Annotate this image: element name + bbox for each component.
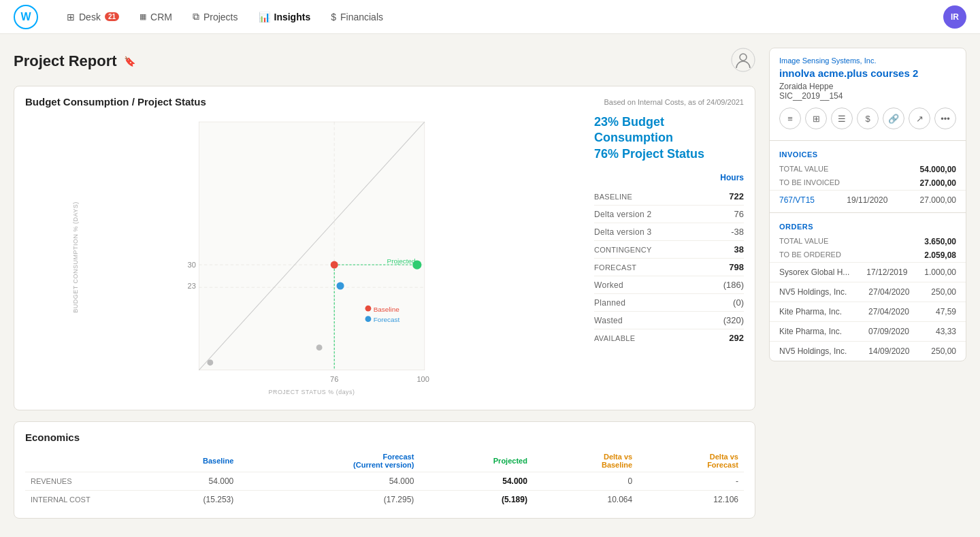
financials-icon: $ [331,12,336,22]
budget-chart: 30 23 76 100 [25,114,583,400]
project-header: Image Sensing Systems, Inc. innolva acme… [770,48,966,137]
desk-icon: ⊞ [67,12,75,22]
action-list[interactable]: ☰ [831,108,853,129]
order-date-4: 07/09/2020 [868,327,909,336]
eco-col-forecast: Forecast(Current version) [239,450,419,472]
delta2-value: 76 [734,209,744,219]
nav-item-insights[interactable]: 📊 Insights [250,7,319,27]
economics-card: Economics Baseline Forecast(Current vers… [14,421,755,519]
contingency-value: 38 [734,244,744,255]
svg-text:Forecast: Forecast [374,316,400,323]
forecast-value: 798 [729,262,744,272]
budget-card-title: Budget Consumption / Project Status [25,96,206,108]
contingency-label: CONTINGENCY [594,246,652,254]
eco-col-baseline: Baseline [134,450,239,472]
economics-table-wrapper: Baseline Forecast(Current version) Proje… [14,450,755,518]
orders-total-value: 3.650,00 [924,237,956,246]
order-amount-2: 250,00 [931,287,956,297]
svg-text:Projected: Projected [387,257,416,265]
project-name: innolva acme.plus courses 2 [779,67,956,79]
order-amount-1: 1.000,00 [924,267,956,277]
data-row-delta3: Delta version 3 -38 [594,223,744,241]
data-row-baseline: BASELINE 722 [594,188,744,206]
action-share[interactable]: ↗ [909,108,930,129]
data-row-planned: Planned (0) [594,294,744,312]
invoices-tbi-label: TO BE INVOICED [779,178,840,188]
svg-point-0 [732,48,755,71]
eco-cost-delta-forecast: 12.106 [638,491,744,509]
action-dollar[interactable]: $ [857,108,879,129]
data-hours-header: Hours [594,170,744,188]
nav-label-crm: CRM [150,12,172,22]
pct-project: 76% Project Status [594,146,744,162]
avatar[interactable]: IR [943,5,966,29]
wasted-value: (320) [723,315,744,325]
data-row-available: AVAILABLE 292 [594,329,744,346]
project-card: Image Sensing Systems, Inc. innolva acme… [769,48,966,361]
eco-label-internal-cost: INTERNAL COST [25,491,134,509]
data-row-forecast: FORECAST 798 [594,259,744,276]
action-link[interactable]: 🔗 [883,108,904,129]
top-navigation: W ⊞ Desk 21 ▦ CRM ⧉ Projects 📊 Insights … [0,0,980,34]
bookmark-icon[interactable]: 🔖 [124,56,135,67]
eco-revenues-delta-forecast: - [638,472,744,491]
action-more[interactable]: ••• [934,108,956,129]
svg-point-13 [331,261,338,269]
nav-item-crm[interactable]: ▦ CRM [131,7,180,27]
eco-col-delta-forecast: Delta vsForecast [638,450,744,472]
svg-point-20 [365,316,372,322]
nav-label-projects: Projects [203,12,238,22]
svg-text:PROJECT STATUS % (days): PROJECT STATUS % (days) [269,389,355,395]
budget-card-subtitle: Based on Internal Costs, as of 24/09/202… [604,98,744,106]
order-date-3: 27/04/2020 [868,307,909,316]
nav-item-desk[interactable]: ⊞ Desk 21 [59,7,127,27]
economics-title: Economics [14,422,755,450]
svg-point-18 [365,306,372,312]
order-date-5: 14/09/2020 [868,346,909,356]
action-layers[interactable]: ≡ [779,108,801,129]
order-ref-4: Kite Pharma, Inc. [779,327,842,336]
svg-point-14 [337,282,344,289]
invoice-ref-1: 767/VT15 [779,195,815,205]
eco-cost-delta-baseline: 10.064 [533,491,638,509]
action-grid[interactable]: ⊞ [805,108,827,129]
eco-cost-projected: (5.189) [419,491,533,509]
nav-label-financials: Financials [340,12,383,22]
economics-table: Baseline Forecast(Current version) Proje… [25,450,744,508]
order-amount-4: 43,33 [936,327,956,336]
svg-text:Baseline: Baseline [374,306,400,313]
worked-label: Worked [594,280,623,290]
insights-icon: 📊 [259,12,270,22]
eco-cost-forecast: (17.295) [239,491,419,509]
main-content: Project Report 🔖 Budget Consumption / Pr… [0,34,980,530]
available-value: 292 [729,333,744,343]
order-item-2: NV5 Holdings, Inc. 27/04/2020 250,00 [770,282,966,302]
orders-section-label: ORDERS [770,216,966,235]
baseline-value: 722 [729,191,744,201]
logo[interactable]: W [14,5,38,29]
baseline-label: BASELINE [594,193,632,201]
projects-icon: ⧉ [193,11,199,22]
divider-1 [770,140,966,141]
person-icon[interactable] [731,48,755,75]
eco-revenues-delta-baseline: 0 [533,472,638,491]
svg-point-1 [740,54,747,61]
page-title: Project Report [14,52,117,70]
budget-card: Budget Consumption / Project Status Base… [14,86,755,410]
right-panel: Image Sensing Systems, Inc. innolva acme… [769,48,966,530]
nav-item-projects[interactable]: ⧉ Projects [184,7,246,27]
invoices-total-value: 54.000,00 [920,165,956,174]
nav-item-financials[interactable]: $ Financials [323,7,391,27]
eco-col-delta-baseline: Delta vsBaseline [533,450,638,472]
order-amount-3: 47,59 [936,307,956,316]
budget-card-header: Budget Consumption / Project Status Base… [14,86,755,114]
nav-label-desk: Desk [79,12,101,22]
page-title-row: Project Report 🔖 [14,48,755,75]
crm-icon: ▦ [140,12,146,21]
budget-content: BUDGET CONSUMPTION % (days) [14,114,755,410]
y-axis-label: BUDGET CONSUMPTION % (days) [72,201,79,313]
delta2-label: Delta version 2 [594,210,652,219]
eco-label-revenues: REVENUES [25,472,134,491]
svg-point-15 [316,344,323,351]
project-company: Image Sensing Systems, Inc. [779,56,956,65]
